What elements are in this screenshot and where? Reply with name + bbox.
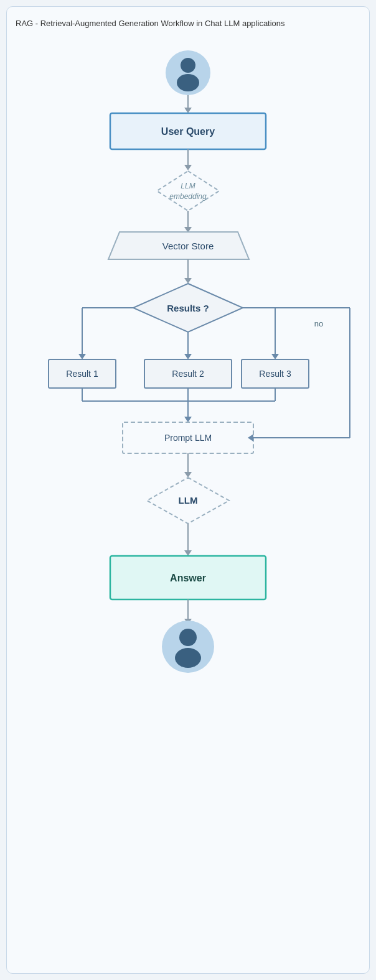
svg-marker-12 [184,278,192,284]
flow-area: User Query LLM embedding Vector Store Re… [14,40,362,899]
svg-point-47 [175,648,201,668]
diagram-container: RAG - Retrieval-Augmented Generation Wor… [6,6,370,974]
svg-marker-42 [184,550,192,556]
svg-marker-7 [157,171,219,211]
svg-point-46 [179,629,197,646]
diagram-title: RAG - Retrieval-Augmented Generation Wor… [13,18,363,40]
svg-point-0 [181,58,195,73]
llm-embedding-label: LLM [181,182,195,190]
answer-label: Answer [170,573,206,583]
svg-marker-39 [184,472,192,478]
svg-point-1 [177,74,199,91]
llm-diamond-label: LLM [179,495,198,506]
results-question-label: Results ? [167,303,209,313]
flow-svg: User Query LLM embedding Vector Store Re… [14,40,362,899]
svg-marker-18 [184,354,192,359]
svg-marker-31 [184,417,192,422]
svg-marker-3 [184,108,192,113]
vector-store-label: Vector Store [162,241,214,251]
user-query-label: User Query [161,126,215,137]
svg-marker-16 [78,354,86,359]
result3-label: Result 3 [259,369,291,379]
llm-embedding-label2: embedding [169,192,207,201]
result1-label: Result 1 [66,369,98,379]
svg-marker-6 [184,165,192,170]
result2-label: Result 2 [172,369,204,379]
no-label: no [314,319,323,328]
prompt-llm-label: Prompt LLM [164,433,212,443]
svg-marker-21 [271,354,279,359]
